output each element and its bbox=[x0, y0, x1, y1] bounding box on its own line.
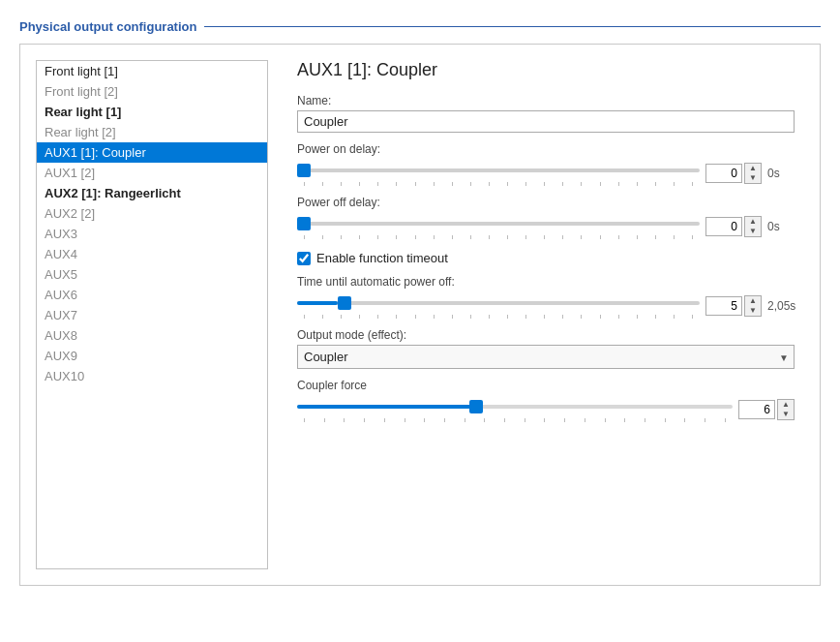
coupler-force-down[interactable]: ▼ bbox=[778, 410, 794, 419]
tick-mark bbox=[344, 418, 345, 422]
coupler-force-label: Coupler force bbox=[297, 379, 795, 392]
power-off-delay-label: Power off delay: bbox=[297, 196, 795, 209]
tick-mark bbox=[544, 315, 545, 319]
power-off-delay-slider-wrapper bbox=[297, 213, 700, 239]
list-item-aux1-1[interactable]: AUX1 [1]: Coupler bbox=[37, 142, 267, 163]
tick-mark bbox=[341, 235, 342, 239]
coupler-force-row: ▲ ▼ bbox=[297, 396, 795, 422]
output-mode-select[interactable]: CouplerOn/OffDimmerFlashBlink bbox=[297, 345, 795, 369]
list-item-rear-light-1[interactable]: Rear light [1] bbox=[37, 102, 267, 122]
tick-mark bbox=[618, 315, 619, 319]
time-until-unit: 2,05s bbox=[767, 299, 795, 313]
power-off-delay-value[interactable] bbox=[705, 217, 742, 236]
coupler-force-ticks bbox=[297, 418, 733, 422]
power-off-delay-up[interactable]: ▲ bbox=[745, 217, 761, 227]
tick-mark bbox=[674, 182, 675, 186]
tick-mark bbox=[304, 418, 305, 422]
output-mode-label: Output mode (effect): bbox=[297, 328, 795, 342]
list-item-aux10[interactable]: AUX10 bbox=[37, 366, 267, 386]
list-item-front-light-2[interactable]: Front light [2] bbox=[37, 81, 267, 102]
tick-mark bbox=[544, 418, 545, 422]
tick-mark bbox=[725, 418, 726, 422]
time-until-up[interactable]: ▲ bbox=[745, 296, 761, 306]
list-item-aux6[interactable]: AUX6 bbox=[37, 285, 267, 305]
tick-mark bbox=[364, 418, 365, 422]
power-on-delay-unit: 0s bbox=[767, 167, 795, 180]
power-off-delay-slider[interactable] bbox=[297, 213, 700, 234]
list-item-aux5[interactable]: AUX5 bbox=[37, 264, 267, 285]
tick-mark bbox=[424, 418, 425, 422]
power-off-delay-row: ▲ ▼ 0s bbox=[297, 213, 795, 239]
tick-mark bbox=[415, 315, 416, 319]
tick-mark bbox=[484, 418, 485, 422]
tick-mark bbox=[637, 315, 638, 319]
tick-mark bbox=[637, 235, 638, 239]
power-off-delay-down[interactable]: ▼ bbox=[745, 227, 761, 236]
tick-mark bbox=[452, 315, 453, 319]
list-item-aux4[interactable]: AUX4 bbox=[37, 244, 267, 264]
coupler-force-spinbox: ▲ ▼ bbox=[738, 399, 795, 420]
tick-mark bbox=[489, 235, 490, 239]
tick-mark bbox=[655, 182, 656, 186]
power-on-delay-value[interactable] bbox=[705, 164, 742, 183]
detail-title: AUX1 [1]: Coupler bbox=[297, 60, 795, 80]
power-on-delay-row: ▲ ▼ 0s bbox=[297, 160, 795, 186]
list-item-front-light-1[interactable]: Front light [1] bbox=[37, 61, 267, 81]
list-item-aux9[interactable]: AUX9 bbox=[37, 346, 267, 366]
list-item-aux7[interactable]: AUX7 bbox=[37, 305, 267, 325]
tick-mark bbox=[692, 235, 693, 239]
list-item-aux2-2[interactable]: AUX2 [2] bbox=[37, 203, 267, 224]
tick-mark bbox=[396, 315, 397, 319]
tick-mark bbox=[377, 315, 378, 319]
enable-timeout-checkbox[interactable] bbox=[297, 252, 311, 265]
list-item-rear-light-2[interactable]: Rear light [2] bbox=[37, 122, 267, 142]
time-until-down[interactable]: ▼ bbox=[745, 306, 761, 316]
tick-mark bbox=[525, 182, 526, 186]
tick-mark bbox=[434, 182, 435, 186]
list-item-aux1-2[interactable]: AUX1 [2] bbox=[37, 163, 267, 183]
tick-mark bbox=[465, 418, 465, 422]
power-on-delay-down[interactable]: ▼ bbox=[745, 173, 761, 183]
time-until-slider[interactable] bbox=[297, 292, 700, 314]
tick-mark bbox=[507, 235, 508, 239]
tick-mark bbox=[470, 315, 471, 319]
tick-mark bbox=[322, 182, 323, 186]
enable-timeout-row: Enable function timeout bbox=[297, 251, 795, 265]
tick-mark bbox=[322, 235, 323, 239]
power-on-delay-label: Power on delay: bbox=[297, 142, 795, 156]
tick-mark bbox=[396, 235, 397, 239]
tick-mark bbox=[665, 418, 666, 422]
enable-timeout-label[interactable]: Enable function timeout bbox=[316, 251, 448, 265]
tick-mark bbox=[434, 235, 435, 239]
power-on-delay-up[interactable]: ▲ bbox=[745, 164, 761, 173]
power-on-delay-spinbox: ▲ ▼ bbox=[705, 163, 762, 184]
tick-mark bbox=[415, 235, 416, 239]
tick-mark bbox=[705, 418, 705, 422]
time-until-spinbox: ▲ ▼ bbox=[705, 295, 762, 317]
section-title: Physical output configuration bbox=[19, 19, 821, 34]
tick-mark bbox=[600, 315, 601, 319]
list-item-aux3[interactable]: AUX3 bbox=[37, 224, 267, 244]
tick-mark bbox=[674, 315, 675, 319]
tick-mark bbox=[322, 315, 323, 319]
time-until-value[interactable] bbox=[705, 296, 742, 316]
power-on-delay-slider[interactable] bbox=[297, 160, 700, 181]
coupler-force-slider[interactable] bbox=[297, 396, 733, 417]
tick-mark bbox=[581, 235, 582, 239]
tick-mark bbox=[304, 235, 305, 239]
tick-mark bbox=[452, 235, 453, 239]
tick-mark bbox=[525, 315, 526, 319]
coupler-force-value[interactable] bbox=[738, 400, 775, 419]
name-input[interactable] bbox=[297, 110, 795, 133]
tick-mark bbox=[489, 182, 490, 186]
coupler-force-up[interactable]: ▲ bbox=[778, 400, 794, 410]
tick-mark bbox=[581, 182, 582, 186]
tick-mark bbox=[581, 315, 582, 319]
list-item-aux8[interactable]: AUX8 bbox=[37, 325, 267, 346]
tick-mark bbox=[645, 418, 645, 422]
tick-mark bbox=[377, 182, 378, 186]
tick-mark bbox=[637, 182, 638, 186]
name-label: Name: bbox=[297, 94, 795, 107]
list-item-aux2-1[interactable]: AUX2 [1]: Rangeerlicht bbox=[37, 183, 267, 203]
tick-mark bbox=[452, 182, 453, 186]
